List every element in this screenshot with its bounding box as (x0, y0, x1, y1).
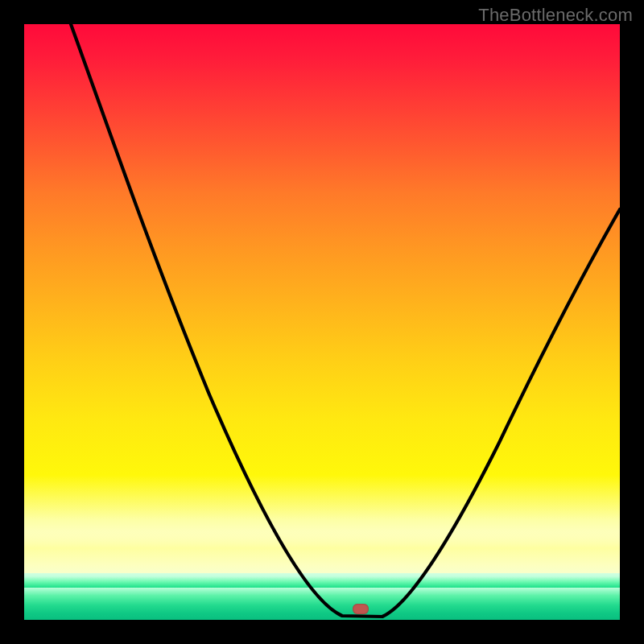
watermark-text: TheBottleneck.com (478, 5, 633, 26)
bottleneck-curve (24, 24, 620, 620)
plot-area (24, 24, 620, 620)
curve-path (71, 24, 620, 617)
chart-frame: TheBottleneck.com (0, 0, 644, 644)
optimal-point-marker (353, 604, 369, 614)
